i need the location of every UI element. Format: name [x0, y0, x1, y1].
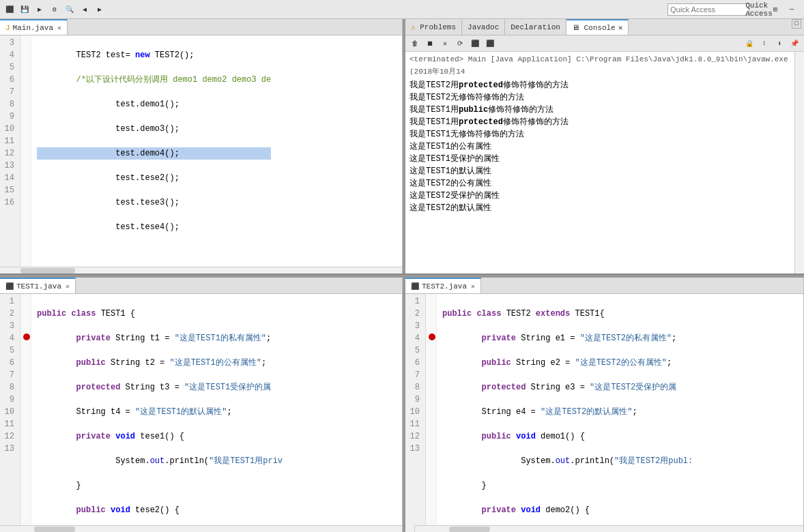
toolbar-icon-7[interactable]: ▶ [93, 3, 106, 16]
test2-line-numbers: 12345 678910 111213 [405, 294, 426, 525]
toolbar-icon-grid[interactable]: ⊞ [769, 3, 782, 16]
test2-tab-bar: ⬛ TEST2.java ✕ [405, 278, 803, 294]
toolbar: ⬛ 💾 ▶ ⚙ 🔍 ◀ ▶ Quick Access ⊞ — [0, 0, 804, 19]
code-line-6: test.demo3(); [37, 123, 271, 135]
main-java-content[interactable]: 3 4 5 6 7 8 9 10 11 12 13 14 15 16 [0, 35, 402, 267]
console-body: <terminated> Main [Java Application] C:\… [405, 52, 804, 274]
console-icon-6[interactable]: ⬛ [483, 37, 497, 50]
test1-markers [20, 294, 31, 525]
console-icon-8[interactable]: ↕ [758, 37, 771, 50]
console-toolbar: 🗑 ⏹ ✕ ⟳ ⬛ ⬛ 🔒 ↕ ⬇ 📌 [405, 35, 804, 52]
console-line-2: 我是TEST2无修饰符修饰的方法 [410, 91, 790, 104]
console-stop-btn[interactable]: ⏹ [423, 37, 437, 50]
code-line-4: /*以下设计代码分别调用 demo1 demo2 demo3 de [37, 74, 271, 86]
console-line-7: 这是TEST1受保护的属性 [410, 153, 790, 165]
code-line-9: test.tese3(); [37, 196, 271, 209]
console-clear-btn[interactable]: 🗑 [408, 37, 422, 50]
test1-line-numbers: 12345 678910 111213 [0, 294, 20, 525]
t1-line-1: public class TEST1 { [37, 308, 287, 320]
t1-line-4: protected String t3 = "这是TEST1受保护的属 [37, 381, 287, 394]
console-line-11: 这是TEST2的默认属性 [410, 202, 790, 214]
tab-test1-java[interactable]: ⬛ TEST1.java ✕ [0, 278, 76, 293]
test1-hscroll[interactable] [0, 525, 402, 532]
code-line-10: test.tese4(); [37, 221, 271, 233]
console-terminate-btn[interactable]: ✕ [438, 37, 452, 50]
main-java-hscroll[interactable] [0, 267, 402, 274]
main-java-tab-bar: J Main.java ✕ [0, 19, 402, 35]
quick-access-area: Quick Access ⊞ — [667, 3, 799, 16]
tab-console-close[interactable]: ✕ [618, 23, 623, 32]
toolbar-icon-1[interactable]: ⬛ [3, 3, 16, 16]
console-icon-4[interactable]: ⟳ [453, 37, 467, 50]
code-line-8: test.tese2(); [37, 172, 271, 184]
t2-line-1: public class TEST2 extends TEST1{ [442, 308, 698, 320]
tab-javadoc[interactable]: Javadoc [462, 19, 505, 35]
t1-line-3: public String t2 = "这是TEST1的公有属性"; [37, 357, 287, 369]
console-line-8: 这是TEST1的默认属性 [410, 165, 790, 177]
console-line-10: 这是TEST2受保护的属性 [410, 190, 790, 202]
console-scroll-lock[interactable]: 🔒 [743, 37, 756, 50]
tab-test1-java-close[interactable]: ✕ [66, 282, 70, 291]
quick-access-input[interactable] [667, 3, 749, 16]
console-line-3: 我是TEST1用public修饰符修饰的方法 [410, 104, 790, 116]
console-line-6: 这是TEST1的公有属性 [410, 141, 790, 153]
console-pin[interactable]: 📌 [788, 37, 801, 50]
t1-line-8: } [37, 479, 287, 492]
code-line-11 [37, 246, 271, 258]
console-icon-5[interactable]: ⬛ [468, 37, 482, 50]
right-panel: ⚠ Problems Javadoc Declaration 🖥 Console… [405, 19, 804, 274]
toolbar-icon-3[interactable]: ▶ [33, 3, 46, 16]
main-java-markers [20, 35, 31, 267]
t1-line-6: private void tese1() { [37, 430, 287, 443]
main-java-panel: J Main.java ✕ 3 4 5 6 7 8 9 10 [0, 19, 403, 274]
toolbar-icon-6[interactable]: ◀ [78, 3, 91, 16]
tab-declaration-label: Declaration [511, 23, 560, 31]
t1-line-5: String t4 = "这是TEST1的默认属性"; [37, 406, 287, 418]
toolbar-icon-minimize[interactable]: — [785, 3, 799, 16]
tab-console-label: Console [584, 24, 616, 32]
tab-problems[interactable]: ⚠ Problems [405, 19, 462, 35]
code-line-7: test.demo4(); [37, 147, 271, 160]
console-line-4: 我是TEST1用protected修饰符修饰的方法 [410, 116, 790, 128]
tab-test2-java[interactable]: ⬛ TEST2.java ✕ [405, 278, 481, 293]
console-icon-9[interactable]: ⬇ [773, 37, 786, 50]
test1-code: public class TEST1 { private String t1 =… [31, 294, 287, 525]
test2-java-content[interactable]: 12345 678910 111213 public class TEST2 e… [405, 294, 803, 525]
test2-bottom-area [405, 525, 803, 532]
toolbar-icon-2[interactable]: 💾 [18, 3, 31, 16]
main-java-code-area: 3 4 5 6 7 8 9 10 11 12 13 14 15 16 [0, 35, 402, 267]
console-output[interactable]: <terminated> Main [Java Application] C:\… [405, 52, 794, 274]
main-java-code: TEST2 test= new TEST2(); /*以下设计代码分别调用 de… [31, 35, 271, 267]
console-minimize[interactable]: □ [792, 19, 801, 29]
t2-line-4: protected String e3 = "这是TEST2受保护的属 [442, 381, 698, 394]
tab-declaration[interactable]: Declaration [505, 19, 566, 35]
breakpoint-test2-l4 [429, 334, 435, 340]
t2-line-5: String e4 = "这是TEST2的默认属性"; [442, 406, 698, 418]
code-line-3: TEST2 test= new TEST2(); [37, 49, 271, 61]
tab-console[interactable]: 🖥 Console ✕ [566, 19, 629, 35]
breakpoint-test1-l4 [23, 334, 30, 340]
test1-tab-bar: ⬛ TEST1.java ✕ [0, 278, 402, 294]
t2-line-6: public void demo1() { [442, 430, 698, 443]
toolbar-icon-4[interactable]: ⚙ [48, 3, 61, 16]
test2-hscroll[interactable] [415, 525, 803, 532]
tab-test1-java-label: TEST1.java [16, 282, 61, 291]
t2-line-8: } [442, 479, 698, 492]
console-toolbar-right: 🔒 ↕ ⬇ 📌 [743, 37, 801, 50]
test2-vscroll[interactable] [405, 525, 415, 532]
test2-java-panel: ⬛ TEST2.java ✕ 12345 678910 111213 [405, 278, 804, 532]
quick-access-label-area: Quick Access [752, 3, 766, 16]
t1-line-7: System.out.println("我是TEST1用priv [37, 455, 287, 467]
toolbar-icon-5[interactable]: 🔍 [63, 3, 76, 16]
console-line-9: 这是TEST2的公有属性 [410, 177, 790, 190]
t1-line-9: public void tese2() { [37, 504, 287, 516]
test1-java-content[interactable]: 12345 678910 111213 public class TEST1 {… [0, 294, 402, 525]
t2-line-2: private String e1 = "这是TEST2的私有属性"; [442, 332, 698, 344]
test2-code: public class TEST2 extends TEST1{ privat… [437, 294, 698, 525]
tab-test2-java-close[interactable]: ✕ [471, 282, 475, 291]
tab-main-java[interactable]: J Main.java ✕ [0, 19, 68, 35]
test2-markers [426, 294, 437, 525]
tab-main-java-close[interactable]: ✕ [57, 24, 61, 32]
console-vscroll[interactable] [794, 52, 804, 274]
tab-main-java-label: Main.java [13, 24, 53, 32]
